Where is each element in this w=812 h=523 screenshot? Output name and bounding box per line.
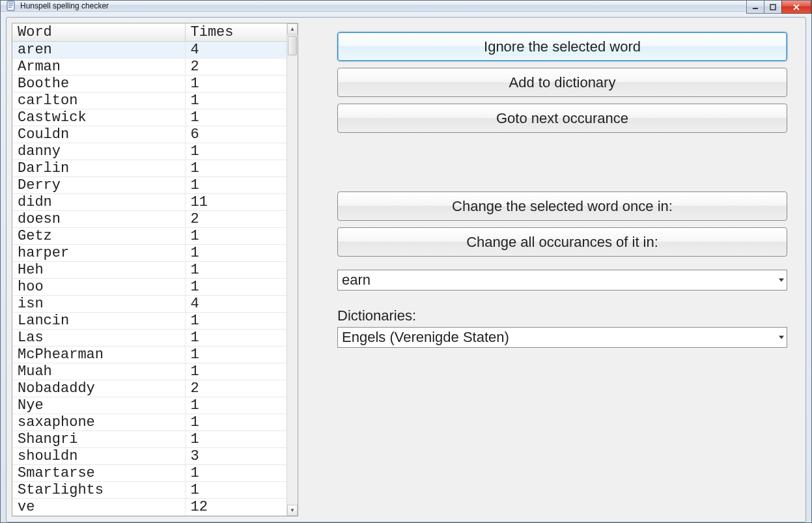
cell-word: saxaphone [12,414,185,431]
suggestion-combo[interactable]: earn [337,270,787,290]
cell-word: Arman [12,59,185,76]
maximize-button[interactable] [764,1,782,14]
column-header-times[interactable]: Times [185,23,287,42]
table-row[interactable]: Las1 [12,330,287,346]
table-row[interactable]: Starlights1 [12,482,287,499]
table-row[interactable]: Shangri1 [12,431,287,448]
cell-word: Smartarse [12,465,185,482]
goto-next-button[interactable]: Goto next occurance [337,104,787,133]
svg-rect-0 [7,1,14,10]
cell-word: Getz [12,228,185,245]
cell-times: 1 [185,279,287,296]
cell-times: 1 [185,465,287,482]
table-row[interactable]: hoo1 [12,279,287,296]
cell-times: 6 [185,126,287,143]
vertical-scrollbar[interactable]: ▲ ▼ [287,23,298,516]
chevron-down-icon [779,279,784,282]
app-icon [6,1,16,11]
ignore-button[interactable]: Ignore the selected word [337,32,787,61]
cell-times: 3 [185,448,287,465]
cell-times: 1 [185,160,287,177]
cell-word: Derry [12,177,185,194]
cell-word: didn [12,194,185,211]
table-row[interactable]: saxaphone1 [12,414,287,431]
chevron-down-icon [779,336,784,339]
suggestion-value: earn [342,272,371,289]
cell-times: 1 [185,143,287,160]
table-row[interactable]: Castwick1 [12,109,287,126]
cell-word: Shangri [12,431,185,448]
table-row[interactable]: Darlin1 [12,160,287,177]
cell-word: harper [12,245,185,262]
table-row[interactable]: aren4 [12,42,287,59]
scroll-down-button[interactable]: ▼ [287,505,298,516]
cell-times: 1 [185,431,287,448]
table-row[interactable]: Lancin1 [12,313,287,330]
cell-word: Muah [12,363,185,380]
close-icon [793,4,800,10]
table-row[interactable]: Nobadaddy2 [12,380,287,397]
cell-times: 11 [185,194,287,211]
scroll-thumb[interactable] [288,36,297,55]
table-row[interactable]: ve12 [12,499,287,516]
close-button[interactable] [781,1,811,14]
cell-times: 1 [185,245,287,262]
cell-word: carlton [12,92,185,109]
cell-word: shouldn [12,448,185,465]
table-row[interactable]: Arman2 [12,59,287,76]
table-row[interactable]: Heh1 [12,262,287,279]
cell-times: 12 [185,499,287,516]
table-row[interactable]: shouldn3 [12,448,287,465]
minimize-button[interactable] [746,1,764,14]
scroll-up-button[interactable]: ▲ [287,23,298,35]
cell-times: 1 [185,177,287,194]
change-once-button[interactable]: Change the selected word once in: [337,191,787,221]
scroll-track[interactable] [287,35,298,505]
cell-times: 1 [185,262,287,279]
table-row[interactable]: didn11 [12,194,287,211]
dictionaries-value: Engels (Verenigde Staten) [342,329,509,346]
dictionaries-combo[interactable]: Engels (Verenigde Staten) [337,327,787,348]
cell-word: Heh [12,262,185,279]
cell-word: Starlights [12,482,185,499]
table-row[interactable]: Boothe1 [12,76,287,92]
cell-word: Darlin [12,160,185,177]
window-title: Hunspell spelling checker [20,1,109,10]
cell-word: Las [12,330,185,346]
cell-word: Nye [12,397,185,414]
minimize-icon [752,4,759,10]
cell-times: 1 [185,363,287,380]
table-row[interactable]: Muah1 [12,363,287,380]
word-table[interactable]: Word Times aren4Arman2Boothe1carlton1Cas… [12,23,287,516]
table-row[interactable]: isn4 [12,296,287,313]
word-table-scroll[interactable]: Word Times aren4Arman2Boothe1carlton1Cas… [12,23,287,516]
cell-times: 1 [185,346,287,363]
cell-times: 4 [185,42,287,59]
table-row[interactable]: carlton1 [12,92,287,109]
table-row[interactable]: Getz1 [12,228,287,245]
table-row[interactable]: McPhearman1 [12,346,287,363]
table-row[interactable]: doesn2 [12,211,287,228]
cell-times: 1 [185,397,287,414]
table-row[interactable]: harper1 [12,245,287,262]
table-row[interactable]: Smartarse1 [12,465,287,482]
table-row[interactable]: Derry1 [12,177,287,194]
titlebar[interactable]: Hunspell spelling checker [1,1,811,12]
window-controls [747,1,811,14]
cell-times: 2 [185,380,287,397]
maximize-icon [770,4,776,10]
table-row[interactable]: Nye1 [12,397,287,414]
cell-times: 1 [185,482,287,499]
change-all-button[interactable]: Change all occurances of it in: [337,227,787,257]
cell-word: Lancin [12,313,185,330]
cell-times: 1 [185,330,287,346]
cell-word: danny [12,143,185,160]
table-row[interactable]: Couldn6 [12,126,287,143]
word-table-container: Word Times aren4Arman2Boothe1carlton1Cas… [12,23,298,516]
cell-word: hoo [12,279,185,296]
cell-times: 1 [185,228,287,245]
column-header-word[interactable]: Word [12,23,185,42]
table-row[interactable]: danny1 [12,143,287,160]
cell-times: 1 [185,76,287,92]
add-to-dictionary-button[interactable]: Add to dictionary [337,68,787,97]
